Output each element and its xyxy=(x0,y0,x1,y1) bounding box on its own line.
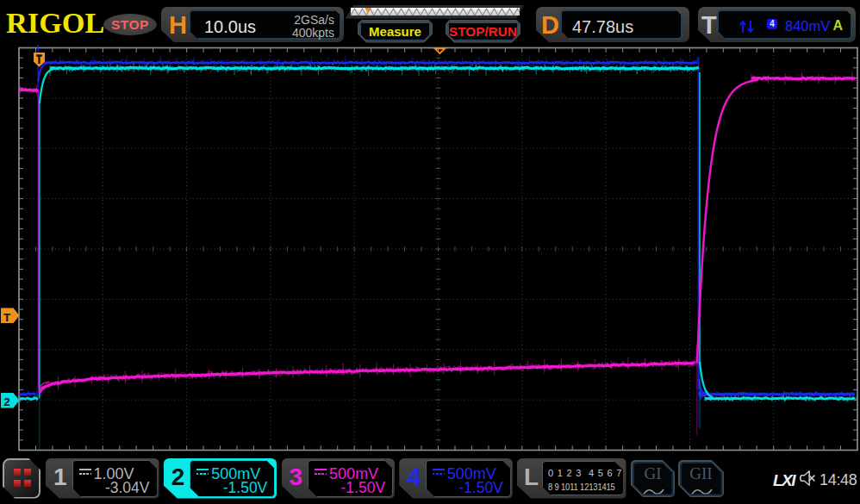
svg-text:2: 2 xyxy=(3,395,10,408)
svg-text:T: T xyxy=(3,311,11,324)
